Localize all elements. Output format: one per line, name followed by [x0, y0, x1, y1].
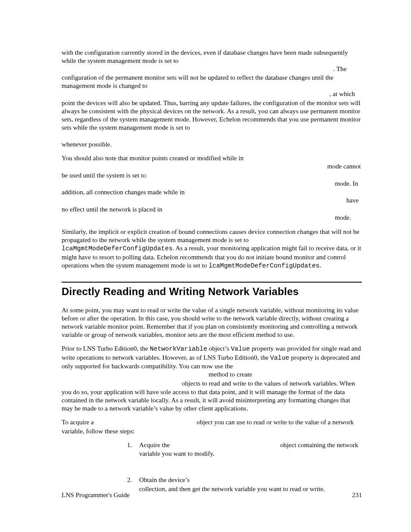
- p6-gap: [96, 419, 195, 426]
- p1-text-d: whenever possible.: [62, 140, 112, 148]
- p2-gap-3: [62, 197, 345, 204]
- code-defer-updates-2: lcaMgmtModeDeferConfigUpdates: [209, 262, 320, 269]
- step-2-number: 2.: [127, 476, 132, 484]
- p5-text-b: object’s: [207, 345, 231, 352]
- paragraph-3: Similarly, the implicit or explicit crea…: [62, 227, 362, 270]
- p2-gap-2: [62, 180, 333, 187]
- code-defer-updates-1: lcaMgmtModeDeferConfigUpdates: [62, 245, 173, 252]
- code-value-2: Value: [270, 355, 289, 361]
- paragraph-2: You should also note that monitor points…: [62, 154, 362, 222]
- step-2-text-a: Obtain the device’s: [139, 476, 191, 483]
- step-2-gap: [191, 477, 356, 484]
- p2-gap-4: [62, 215, 333, 221]
- p5-gap-method: [62, 371, 207, 378]
- steps-list: 1.Acquire the object containing the netw…: [127, 441, 362, 493]
- code-value-1: Value: [231, 345, 250, 352]
- p1-text-a: with the configuration currently stored …: [62, 49, 348, 64]
- p3-text-a: Similarly, the implicit or explicit crea…: [62, 228, 359, 243]
- page-footer: LNS Programmer's Guide 231: [62, 491, 362, 499]
- p2-text-a: You should also note that monitor points…: [62, 154, 243, 162]
- p2-text-e: mode.: [333, 214, 351, 221]
- p5-text-e: method to create: [207, 370, 252, 378]
- document-page: with the configuration currently stored …: [0, 0, 411, 532]
- section-heading: Directly Reading and Writing Network Var…: [62, 285, 362, 298]
- section-divider: [62, 282, 362, 283]
- step-1: 1.Acquire the object containing the netw…: [127, 441, 362, 457]
- p5-gap-obj: [62, 380, 180, 387]
- p6-text-a: To acquire a: [62, 418, 96, 426]
- p1-gap-3: [62, 133, 411, 140]
- footer-page-number: 231: [352, 491, 362, 499]
- p2-gap-1: [62, 163, 326, 170]
- paragraph-5: Prior to LNS Turbo Edition0, the Network…: [62, 344, 362, 412]
- step-1-number: 1.: [127, 441, 132, 449]
- paragraph-1: with the configuration currently stored …: [62, 48, 362, 148]
- p1-gap-2: [62, 91, 330, 98]
- p3-text-c: .: [320, 261, 321, 269]
- step-1-gap: [171, 442, 279, 449]
- p5-text-a: Prior to LNS Turbo Edition0, the: [62, 345, 150, 352]
- code-networkvariable: NetworkVariable: [150, 345, 207, 352]
- p1-gap-1: [62, 66, 333, 73]
- paragraph-6: To acquire a object you can use to read …: [62, 418, 362, 435]
- step-1-text-a: Acquire the: [139, 441, 171, 448]
- paragraph-4: At some point, you may want to read or w…: [62, 306, 362, 339]
- footer-title: LNS Programmer's Guide: [62, 491, 130, 499]
- step-2: 2.Obtain the device’s collection, and th…: [127, 476, 362, 492]
